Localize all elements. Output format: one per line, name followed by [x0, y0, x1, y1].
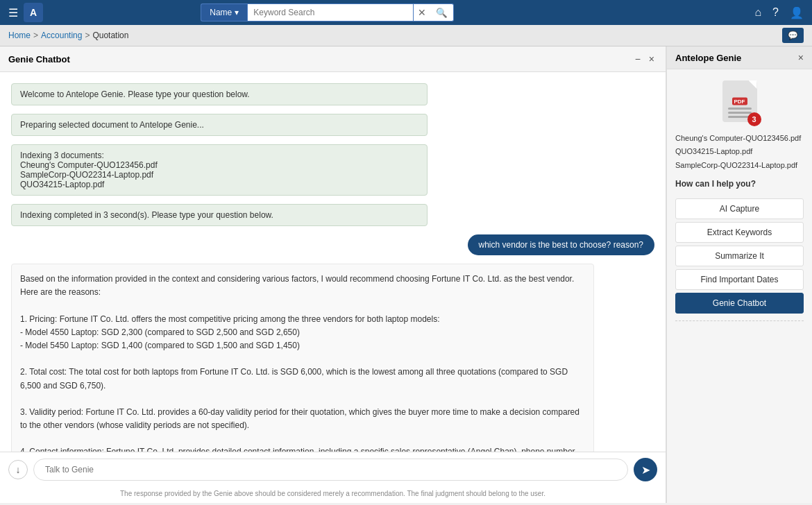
breadcrumb-sep-1: > [33, 31, 38, 40]
topbar-right: ⌂ ? 👤 [752, 3, 806, 22]
genie-sidebar-header: Antelope Genie × [667, 46, 812, 69]
msg-indexing-complete: Indexing completed in 3 second(s). Pleas… [11, 204, 428, 226]
pdf-label: PDF [732, 98, 747, 105]
chatbot-minimize-button[interactable]: − [632, 52, 643, 66]
antelope-genie-button[interactable]: 💬 [782, 28, 804, 43]
genie-divider [675, 320, 804, 321]
chatbot-header-buttons: − × [632, 52, 657, 66]
search-type-button[interactable]: Name ▾ [201, 3, 247, 22]
breadcrumb-accounting[interactable]: Accounting [41, 31, 82, 40]
genie-close-button[interactable]: × [798, 52, 804, 63]
msg-preparing: Preparing selected document to Antelope … [11, 114, 428, 136]
breadcrumb: Home > Accounting > Quotation 💬 [0, 25, 812, 46]
msg-welcome: Welcome to Antelope Genie. Please type y… [11, 83, 428, 105]
chat-messages: Welcome to Antelope Genie. Please type y… [0, 72, 666, 452]
chatbot-panel: Genie Chatbot − × Welcome to Antelope Ge… [0, 46, 666, 503]
breadcrumb-sep-2: > [85, 31, 90, 40]
msg-user-question: which vendor is the best to choose? reas… [468, 234, 654, 255]
genie-action-extract-keywords[interactable]: Extract Keywords [675, 222, 804, 243]
genie-file-item-3: SampleCorp-QUO22314-Laptop.pdf [675, 160, 804, 171]
breadcrumb-home[interactable]: Home [8, 31, 31, 40]
search-type-label: Name [210, 8, 232, 17]
genie-action-chatbot[interactable]: Genie Chatbot [675, 293, 804, 314]
genie-file-item-1: Cheung's Computer-QUO123456.pdf [675, 133, 804, 144]
breadcrumb-quotation: Quotation [92, 31, 128, 40]
user-icon[interactable]: 👤 [787, 3, 806, 22]
msg-ai-response: Based on the information provided in the… [11, 264, 594, 452]
search-input[interactable] [247, 3, 414, 22]
chevron-down-icon: ▾ [235, 8, 239, 17]
chatbot-title: Genie Chatbot [8, 54, 70, 65]
antelope-icon: 💬 [788, 31, 798, 40]
search-icon: 🔍 [436, 8, 448, 18]
search-go-button[interactable]: 🔍 [430, 3, 454, 22]
msg-indexing: Indexing 3 documents: Cheung's Computer-… [11, 144, 428, 196]
topbar: ☰ A Name ▾ ✕ 🔍 ⌂ ? 👤 [0, 0, 812, 25]
pdf-icon-container: PDF 3 [722, 80, 757, 122]
genie-pdf-area: PDF 3 [667, 69, 812, 133]
send-button[interactable]: ➤ [634, 458, 657, 481]
help-icon[interactable]: ? [770, 3, 781, 22]
pdf-count-badge: 3 [747, 112, 761, 126]
send-icon: ➤ [641, 463, 650, 477]
genie-help-text: How can I help you? [667, 171, 812, 197]
scroll-down-button[interactable]: ↓ [8, 460, 28, 479]
genie-sidebar: Antelope Genie × PDF 3 Cheung's Computer… [666, 46, 812, 503]
talk-input[interactable] [33, 459, 628, 481]
home-icon[interactable]: ⌂ [752, 3, 764, 22]
genie-action-ai-capture[interactable]: AI Capture [675, 198, 804, 219]
topbar-left: ☰ A [6, 3, 43, 22]
search-container: Name ▾ ✕ 🔍 [189, 3, 466, 22]
app-logo: A [24, 3, 43, 22]
genie-sidebar-title: Antelope Genie [675, 53, 741, 63]
chat-footer: ↓ ➤ [0, 452, 666, 487]
genie-action-find-dates[interactable]: Find Important Dates [675, 269, 804, 290]
chatbot-header: Genie Chatbot − × [0, 46, 666, 72]
search-clear-button[interactable]: ✕ [414, 3, 430, 22]
genie-file-list: Cheung's Computer-QUO123456.pdf QUO34215… [667, 133, 812, 171]
genie-action-summarize[interactable]: Summarize It [675, 246, 804, 266]
hamburger-icon[interactable]: ☰ [6, 3, 21, 22]
main-area: Genie Chatbot − × Welcome to Antelope Ge… [0, 46, 812, 503]
chat-disclaimer: The response provided by the Genie above… [0, 487, 666, 503]
genie-file-item-2: QUO34215-Laptop.pdf [675, 146, 804, 157]
chatbot-close-button[interactable]: × [646, 52, 657, 66]
